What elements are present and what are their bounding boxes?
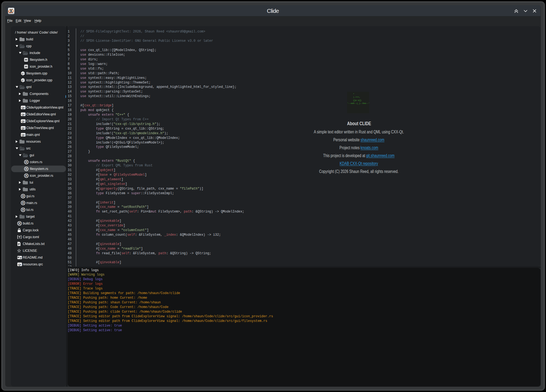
svg-text:R: R — [25, 174, 28, 177]
svg-text:Qt: Qt — [22, 106, 25, 109]
svg-text:C: C — [22, 79, 23, 82]
svg-text:Qt: Qt — [22, 127, 25, 130]
svg-text:R: R — [19, 222, 21, 225]
svg-text:C: C — [22, 72, 23, 75]
svg-text:R: R — [22, 202, 24, 205]
svg-text:R: R — [22, 195, 24, 198]
svg-text:Qt: Qt — [22, 133, 25, 136]
svg-text:Qt: Qt — [18, 263, 21, 266]
svg-text:Qt: Qt — [22, 120, 25, 123]
svg-text:R: R — [25, 161, 28, 164]
svg-text:Qt: Qt — [22, 113, 25, 116]
svg-text:R: R — [25, 167, 28, 170]
svg-text:R: R — [22, 208, 24, 211]
